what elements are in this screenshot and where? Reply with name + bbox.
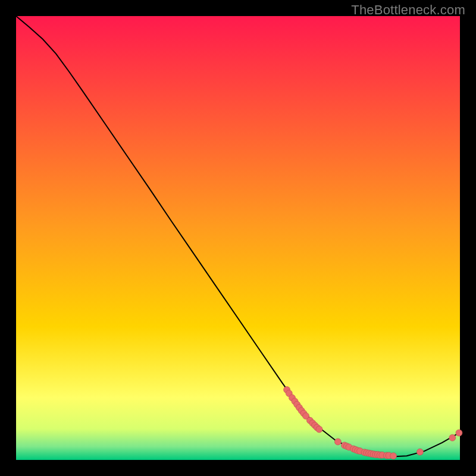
data-marker bbox=[449, 434, 456, 441]
chart-frame: TheBottleneck.com bbox=[0, 0, 476, 476]
data-marker bbox=[390, 453, 397, 459]
data-marker bbox=[456, 430, 462, 436]
bottleneck-chart bbox=[0, 0, 476, 476]
plot-background bbox=[16, 16, 460, 460]
data-marker bbox=[416, 449, 423, 455]
watermark-text: TheBottleneck.com bbox=[351, 2, 465, 18]
data-marker bbox=[334, 439, 341, 445]
data-marker bbox=[316, 426, 322, 433]
